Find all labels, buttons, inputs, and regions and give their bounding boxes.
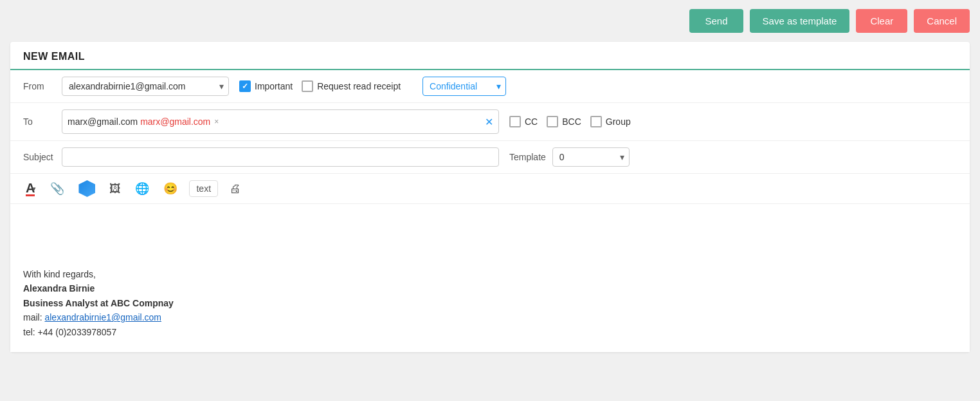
group-checkbox[interactable] bbox=[590, 116, 602, 127]
hex-gem-icon bbox=[78, 180, 95, 197]
confidential-select-wrapper: Confidential Normal Private ▾ bbox=[422, 77, 506, 96]
hex-gem-button[interactable] bbox=[76, 179, 98, 198]
to-tag-red-text: marx@gmail.com bbox=[140, 117, 210, 127]
cc-checkbox-wrapper[interactable]: CC bbox=[509, 116, 538, 127]
important-checkbox[interactable] bbox=[239, 80, 251, 92]
globe-icon: 🌐 bbox=[135, 182, 149, 196]
signature-email: alexandrabirnie1@gmail.com bbox=[44, 312, 161, 322]
bcc-label: BCC bbox=[562, 117, 581, 127]
text-button[interactable]: text bbox=[189, 180, 218, 197]
to-label: To bbox=[23, 117, 62, 127]
image-button[interactable]: 🖼 bbox=[107, 181, 123, 197]
subject-label: Subject bbox=[23, 152, 62, 162]
to-tag-close-icon[interactable]: × bbox=[214, 117, 219, 126]
to-options: CC BCC Group bbox=[509, 116, 631, 127]
cc-checkbox[interactable] bbox=[509, 116, 521, 127]
email-title: NEW EMAIL bbox=[23, 51, 85, 62]
editor-toolbar: A ▾ 📎 🖼 🌐 😊 text 🖨 bbox=[10, 174, 970, 204]
from-options: Important Request read receipt Confident… bbox=[239, 77, 506, 96]
from-select[interactable]: alexandrabirnie1@gmail.com bbox=[62, 77, 229, 96]
signature-phone: +44 (0)2033978057 bbox=[38, 327, 117, 337]
read-receipt-checkbox[interactable] bbox=[302, 80, 313, 92]
email-header: NEW EMAIL bbox=[10, 42, 970, 70]
emoji-button[interactable]: 😊 bbox=[161, 180, 180, 197]
signature-name: Alexandra Birnie bbox=[23, 281, 174, 295]
template-select-wrapper: 0 1 2 ▾ bbox=[552, 147, 630, 167]
important-checkbox-wrapper[interactable]: Important bbox=[239, 80, 293, 92]
send-button[interactable]: Send bbox=[689, 9, 743, 33]
print-icon: 🖨 bbox=[230, 182, 241, 196]
template-label: Template bbox=[509, 152, 546, 162]
from-select-wrapper: alexandrabirnie1@gmail.com ▾ bbox=[62, 77, 229, 96]
attachment-button[interactable]: 📎 bbox=[48, 180, 67, 197]
signature-regards: With kind regards, bbox=[23, 267, 174, 281]
email-body[interactable]: With kind regards, Alexandra Birnie Busi… bbox=[10, 204, 970, 352]
paperclip-icon: 📎 bbox=[50, 182, 64, 196]
important-label: Important bbox=[255, 81, 293, 91]
cancel-button[interactable]: Cancel bbox=[914, 9, 970, 33]
to-tag-black-text: marx@gmail.com bbox=[68, 117, 138, 127]
top-toolbar: Send Save as template Clear Cancel bbox=[0, 0, 980, 42]
emoji-icon: 😊 bbox=[163, 182, 177, 196]
subject-input[interactable] bbox=[62, 147, 499, 167]
font-button[interactable]: A ▾ bbox=[23, 180, 39, 198]
globe-button[interactable]: 🌐 bbox=[132, 180, 152, 197]
bcc-checkbox[interactable] bbox=[547, 116, 558, 127]
signature-tel-label: tel: bbox=[23, 327, 35, 337]
signature-mail-label: mail: bbox=[23, 312, 42, 322]
from-row: From alexandrabirnie1@gmail.com ▾ Import… bbox=[10, 70, 970, 103]
email-compose-panel: NEW EMAIL From alexandrabirnie1@gmail.co… bbox=[10, 42, 970, 352]
image-icon: 🖼 bbox=[109, 182, 121, 196]
signature-tel-line: tel: +44 (0)2033978057 bbox=[23, 325, 174, 339]
to-tag: marx@gmail.com marx@gmail.com × bbox=[68, 117, 219, 127]
to-input-field[interactable]: marx@gmail.com marx@gmail.com × ✕ bbox=[62, 109, 499, 134]
template-wrapper: Template 0 1 2 ▾ bbox=[509, 147, 630, 167]
email-signature: With kind regards, Alexandra Birnie Busi… bbox=[23, 267, 174, 339]
to-row: To marx@gmail.com marx@gmail.com × ✕ CC … bbox=[10, 103, 970, 141]
group-label: Group bbox=[606, 117, 631, 127]
signature-mail-line: mail: alexandrabirnie1@gmail.com bbox=[23, 310, 174, 324]
cc-label: CC bbox=[525, 117, 538, 127]
template-select[interactable]: 0 1 2 bbox=[552, 147, 630, 167]
text-label: text bbox=[196, 183, 211, 194]
read-receipt-label: Request read receipt bbox=[317, 81, 401, 91]
confidential-select[interactable]: Confidential Normal Private bbox=[422, 77, 506, 96]
read-receipt-checkbox-wrapper[interactable]: Request read receipt bbox=[302, 80, 401, 92]
bcc-checkbox-wrapper[interactable]: BCC bbox=[547, 116, 581, 127]
from-label: From bbox=[23, 81, 62, 91]
clear-button[interactable]: Clear bbox=[856, 9, 907, 33]
subject-row: Subject Template 0 1 2 ▾ bbox=[10, 141, 970, 174]
font-dropdown-arrow-icon: ▾ bbox=[32, 185, 36, 193]
save-as-template-button[interactable]: Save as template bbox=[750, 9, 850, 33]
group-checkbox-wrapper[interactable]: Group bbox=[590, 116, 631, 127]
signature-title: Business Analyst at ABC Compnay bbox=[23, 296, 174, 310]
print-button[interactable]: 🖨 bbox=[227, 181, 244, 197]
to-clear-icon[interactable]: ✕ bbox=[485, 116, 493, 128]
